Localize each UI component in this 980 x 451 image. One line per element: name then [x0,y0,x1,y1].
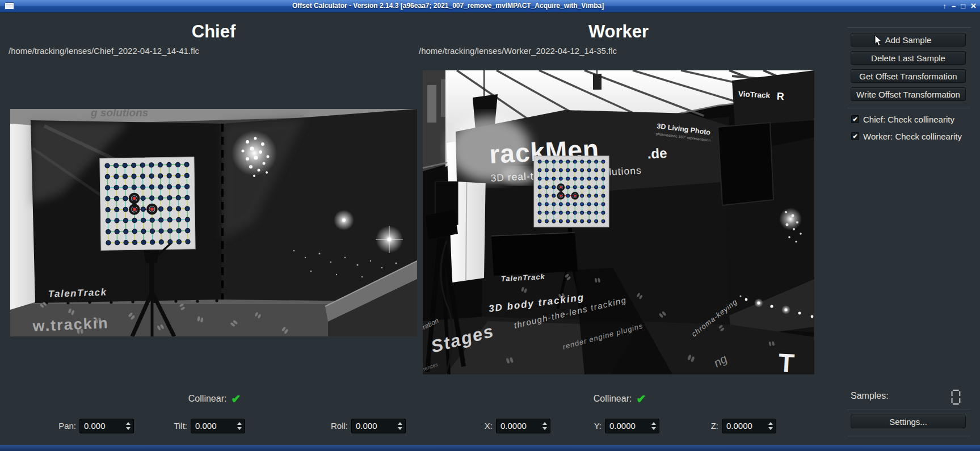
chief-title: Chief [10,22,417,42]
chief-floor-url-text: w.trackin [32,314,109,335]
checkbox-label: Worker: Check collinearity [863,132,962,141]
minimize-icon[interactable]: – [952,0,956,12]
y-spinbox[interactable]: 0.0000 [605,419,659,433]
worker-calibration-board [534,156,609,227]
checkmark-icon[interactable]: ✔ [851,132,859,140]
spin-down-icon[interactable] [651,427,656,430]
worker-camera-view[interactable]: rackMen .de 3D real-time tracking soluti… [423,70,814,374]
chief-collinear-status: Collinear: ✔ [169,393,260,405]
worker-collinear-status: Collinear: ✔ [574,393,665,405]
worker-banner-tld-text: .de [647,145,667,162]
tilt-spinbox[interactable]: 0.000 [191,419,245,433]
worker-check-collinearity-checkbox[interactable]: ✔ Worker: Check collinearity [851,132,962,141]
chief-camera-view[interactable]: g solutions [10,109,417,336]
worker-sign-text: VioTrack [738,90,771,100]
spin-up-icon[interactable] [542,422,547,425]
worker-file-path: /home/tracking/lenses/Worker_2022-04-12_… [419,46,617,56]
spin-up-icon[interactable] [398,422,402,425]
collinear-label: Collinear: [188,394,227,404]
x-spinbox[interactable]: 0.0000 [496,419,550,433]
worker-sign-logo-text: R [776,90,784,102]
sidebar-separator-mid [847,108,971,108]
worker-floor-text-9: T [777,348,795,374]
roll-spinbox[interactable]: 0.000 [351,419,406,433]
chief-file-path: /home/tracking/lenses/Chief_2022-04-12_1… [9,46,199,56]
add-sample-button[interactable]: Add Sample [851,33,966,47]
offset-calculator-window: Offset Calculator - Version 2.14.3 [a96e… [0,0,980,451]
get-offset-transformation-button[interactable]: Get Offset Transformation [851,69,966,83]
y-label: Y: [556,419,602,433]
spin-down-icon[interactable] [768,427,773,430]
samples-count-lcd [950,389,961,406]
spin-up-icon[interactable] [651,422,656,425]
spin-down-icon[interactable] [126,427,131,430]
maximize-icon[interactable]: □ [961,0,965,12]
roll-label: Roll: [302,419,348,433]
y-value: 0.0000 [609,421,636,431]
spin-up-icon[interactable] [237,422,242,425]
close-icon[interactable]: ✕ [970,0,977,12]
spin-up-icon[interactable] [126,422,131,425]
collinear-ok-icon: ✔ [231,392,241,406]
delete-last-sample-button[interactable]: Delete Last Sample [851,51,966,65]
pan-value: 0.000 [84,421,106,431]
window-icon [5,2,14,10]
pan-label: Pan: [31,419,76,433]
chief-check-collinearity-checkbox[interactable]: ✔ Chief: Check collinearity [851,115,954,124]
write-offset-transformation-button[interactable]: Write Offset Transformation [851,87,966,101]
chief-banner-partial-text: g solutions [90,109,148,119]
checkbox-label: Chief: Check collinearity [863,115,954,124]
spin-down-icon[interactable] [398,427,402,430]
spin-down-icon[interactable] [542,427,547,430]
chief-calibration-board [100,157,195,250]
x-value: 0.0000 [500,421,527,431]
sidebar-separator-bottom [847,436,971,436]
sidebar-separator-samples [847,410,971,410]
roll-value: 0.000 [356,421,377,431]
tilt-value: 0.000 [195,421,217,431]
settings-button[interactable]: Settings... [851,415,966,428]
collinear-ok-icon: ✔ [636,392,646,406]
z-value: 0.0000 [726,421,752,431]
window-bottom-border [0,445,980,451]
z-spinbox[interactable]: 0.0000 [722,419,776,433]
collinear-label: Collinear: [594,394,632,404]
title-bar: Offset Calculator - Version 2.14.3 [a96e… [0,0,980,12]
samples-label: Samples: [851,391,889,401]
tilt-label: Tilt: [142,419,187,433]
x-label: X: [447,419,493,433]
worker-title: Worker [423,22,814,42]
pan-spinbox[interactable]: 0.000 [79,419,134,433]
chief-floor-brand-text: TalenTrack [48,286,107,300]
spin-down-icon[interactable] [237,427,242,430]
checkmark-icon[interactable]: ✔ [851,115,859,123]
window-title: Offset Calculator - Version 2.14.3 [a96e… [292,0,604,12]
sidebar-separator-top [847,27,971,28]
keep-above-icon[interactable]: ↑ [943,0,947,12]
z-label: Z: [673,419,718,433]
spin-up-icon[interactable] [768,422,773,425]
mouse-cursor [874,35,882,47]
